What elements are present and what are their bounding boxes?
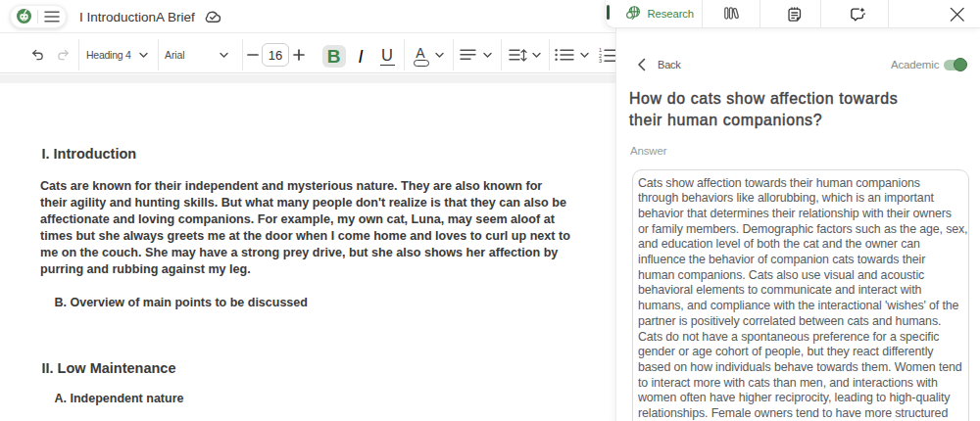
svg-text:3: 3: [599, 58, 602, 63]
